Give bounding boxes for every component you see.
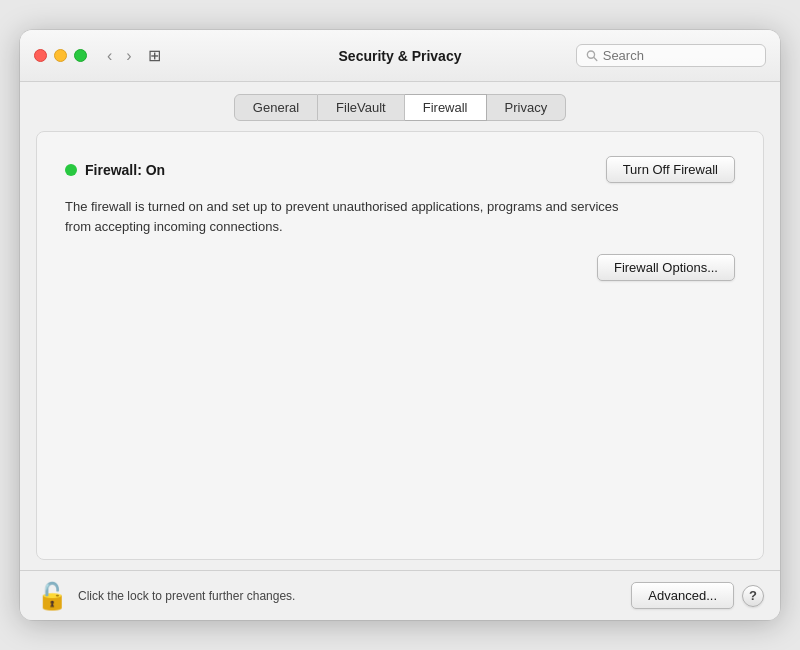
lock-area[interactable]: 🔓 Click the lock to prevent further chan… (36, 583, 295, 609)
titlebar: ‹ › ⊞ Security & Privacy (20, 30, 780, 82)
search-icon (586, 49, 598, 62)
advanced-button[interactable]: Advanced... (631, 582, 734, 609)
status-left: Firewall: On (65, 162, 165, 178)
window-title: Security & Privacy (339, 48, 462, 64)
main-window: ‹ › ⊞ Security & Privacy General FileVau… (20, 30, 780, 620)
footer-right: Advanced... ? (631, 582, 764, 609)
footer: 🔓 Click the lock to prevent further chan… (20, 570, 780, 620)
firewall-description: The firewall is turned on and set up to … (65, 197, 625, 236)
firewall-status-row: Firewall: On Turn Off Firewall (65, 156, 735, 183)
search-input[interactable] (603, 48, 756, 63)
status-dot (65, 164, 77, 176)
firewall-options-button[interactable]: Firewall Options... (597, 254, 735, 281)
grid-icon[interactable]: ⊞ (148, 46, 161, 65)
options-row: Firewall Options... (65, 254, 735, 281)
traffic-lights (34, 49, 87, 62)
lock-text: Click the lock to prevent further change… (78, 589, 295, 603)
svg-line-1 (594, 58, 597, 61)
content-area: Firewall: On Turn Off Firewall The firew… (36, 131, 764, 560)
search-box[interactable] (576, 44, 766, 67)
firewall-status-label: Firewall: On (85, 162, 165, 178)
help-button[interactable]: ? (742, 585, 764, 607)
forward-button[interactable]: › (122, 45, 135, 67)
nav-buttons: ‹ › (103, 45, 136, 67)
close-button[interactable] (34, 49, 47, 62)
tab-firewall[interactable]: Firewall (405, 94, 487, 121)
tab-privacy[interactable]: Privacy (487, 94, 567, 121)
lock-icon: 🔓 (36, 583, 68, 609)
tab-filevault[interactable]: FileVault (318, 94, 405, 121)
maximize-button[interactable] (74, 49, 87, 62)
tabs-bar: General FileVault Firewall Privacy (20, 82, 780, 121)
tab-general[interactable]: General (234, 94, 318, 121)
turn-off-firewall-button[interactable]: Turn Off Firewall (606, 156, 735, 183)
minimize-button[interactable] (54, 49, 67, 62)
back-button[interactable]: ‹ (103, 45, 116, 67)
